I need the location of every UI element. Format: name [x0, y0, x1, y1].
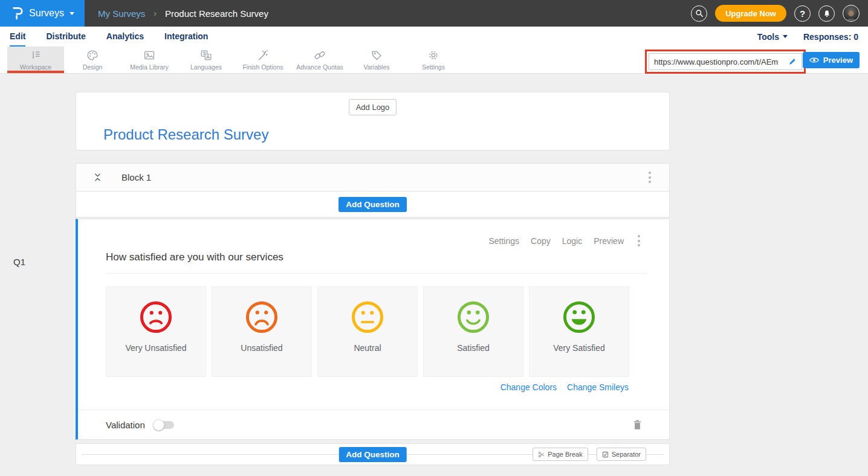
- survey-section-nav: Edit Distribute Analytics Integration To…: [0, 27, 868, 47]
- toolbar-tab-finish-options[interactable]: Finish Options: [235, 47, 291, 73]
- question-logic-link[interactable]: Logic: [562, 236, 582, 246]
- pencil-icon: [788, 57, 797, 66]
- block-header: Block 1: [76, 163, 670, 191]
- search-button[interactable]: [691, 5, 707, 22]
- palette-icon: [86, 49, 99, 62]
- person-silhouette-icon: [844, 9, 858, 21]
- question-number-label: Q1: [13, 257, 25, 267]
- tab-integration[interactable]: Integration: [164, 27, 208, 47]
- add-logo-button[interactable]: Add Logo: [349, 99, 397, 115]
- question-menu-icon[interactable]: [635, 233, 643, 249]
- question-text[interactable]: How satisfied are you with our services: [106, 251, 646, 274]
- delete-question-trash-icon[interactable]: [632, 419, 643, 431]
- survey-header-card: Add Logo Product Research Survey: [76, 92, 670, 150]
- validation-row: Validation: [106, 419, 643, 431]
- toolbar-tab-advance-quotas[interactable]: Advance Quotas: [291, 47, 348, 73]
- option-label: Satisfied: [457, 343, 490, 353]
- editor-toolbar: Workspace Design Media Library Languages: [0, 47, 868, 74]
- product-switcher[interactable]: Surveys: [0, 0, 85, 27]
- breadcrumb-separator: ›: [154, 8, 157, 18]
- change-smileys-link[interactable]: Change Smileys: [567, 382, 629, 392]
- question-divider: [78, 410, 669, 410]
- option-neutral[interactable]: Neutral: [317, 286, 418, 377]
- tab-label: Integration: [164, 31, 208, 41]
- toolbar-tab-languages[interactable]: Languages: [178, 47, 235, 73]
- gear-icon: [427, 49, 440, 62]
- separator-button[interactable]: Separator: [597, 448, 646, 461]
- caret-down-icon: [70, 12, 74, 15]
- notifications-button[interactable]: [818, 5, 835, 22]
- survey-url-input[interactable]: [649, 54, 783, 69]
- image-icon: [143, 49, 156, 62]
- breadcrumb-current-survey: Product Research Survey: [165, 8, 268, 19]
- help-button[interactable]: ?: [794, 5, 811, 22]
- add-question-button-bottom[interactable]: Add Question: [338, 447, 407, 462]
- toolbar-tab-variables[interactable]: Variables: [348, 47, 405, 73]
- toolbar-tab-settings[interactable]: Settings: [405, 47, 462, 73]
- tag-icon: [370, 49, 383, 62]
- question-copy-link[interactable]: Copy: [531, 236, 551, 246]
- question-preview-link[interactable]: Preview: [594, 236, 624, 246]
- collapse-block-icon[interactable]: [92, 172, 103, 182]
- toggle-knob: [153, 419, 164, 431]
- question-menu: Settings Copy Logic Preview: [488, 233, 643, 249]
- product-name: Surveys: [29, 8, 64, 19]
- edit-url-button[interactable]: [783, 54, 802, 69]
- questionpro-logo-icon: [10, 5, 24, 21]
- checkbox-checked-icon: [602, 451, 609, 458]
- responses-count: Responses: 0: [803, 32, 858, 42]
- option-unsatisfied[interactable]: Unsatisfied: [212, 286, 312, 377]
- chain-link-icon: [313, 49, 326, 62]
- question-card: Settings Copy Logic Preview How satisfie…: [76, 219, 670, 440]
- tab-analytics[interactable]: Analytics: [106, 27, 144, 47]
- validation-label: Validation: [106, 420, 145, 430]
- survey-title[interactable]: Product Research Survey: [103, 126, 268, 143]
- option-very-unsatisfied[interactable]: Very Unsatisfied: [106, 286, 206, 377]
- bell-icon: [823, 9, 831, 18]
- smiley-options-row: Very Unsatisfied Unsatisfied: [106, 286, 629, 377]
- smiley-links: Change Colors Change Smileys: [500, 382, 629, 392]
- tab-edit[interactable]: Edit: [10, 27, 25, 47]
- breadcrumb: My Surveys › Product Research Survey: [98, 8, 268, 19]
- breadcrumb-my-surveys[interactable]: My Surveys: [98, 8, 145, 19]
- option-label: Very Satisfied: [553, 343, 605, 353]
- validation-toggle[interactable]: [153, 419, 175, 431]
- preview-label: Preview: [823, 56, 853, 65]
- separator-label: Separator: [612, 451, 641, 458]
- change-colors-link[interactable]: Change Colors: [500, 382, 557, 392]
- top-bar: Surveys My Surveys › Product Research Su…: [0, 0, 868, 27]
- option-label: Very Unsatisfied: [125, 343, 186, 353]
- tab-label: Distribute: [46, 31, 85, 41]
- toolbar-tab-label: Advance Quotas: [296, 63, 343, 71]
- toolbar-tab-label: Design: [83, 63, 103, 71]
- block-menu-icon[interactable]: [646, 169, 653, 185]
- toolbar-tab-media-library[interactable]: Media Library: [121, 47, 178, 73]
- page-break-label: Page Break: [548, 451, 582, 458]
- toolbar-tab-label: Workspace: [20, 63, 51, 71]
- toolbar-tab-workspace[interactable]: Workspace: [7, 47, 64, 73]
- add-question-button-top[interactable]: Add Question: [338, 197, 407, 212]
- scissors-icon: [538, 451, 545, 458]
- tools-dropdown[interactable]: Tools: [757, 32, 788, 42]
- block-title[interactable]: Block 1: [121, 172, 151, 182]
- tab-label: Edit: [10, 31, 25, 41]
- caret-down-icon: [783, 35, 788, 38]
- tab-distribute[interactable]: Distribute: [46, 27, 85, 47]
- eye-icon: [809, 57, 819, 63]
- user-avatar[interactable]: [843, 5, 860, 22]
- footer-actions: Page Break Separator: [533, 448, 646, 461]
- survey-url-annotation-box: [645, 50, 806, 74]
- toolbar-tab-label: Media Library: [130, 63, 169, 71]
- toolbar-tab-design[interactable]: Design: [64, 47, 121, 73]
- nav-right-group: Tools Responses: 0: [757, 27, 858, 47]
- option-very-satisfied[interactable]: Very Satisfied: [529, 286, 629, 377]
- neutral-smiley-icon: [350, 300, 385, 335]
- preview-button[interactable]: Preview: [803, 52, 860, 68]
- page-break-button[interactable]: Page Break: [533, 448, 588, 461]
- unsatisfied-smiley-icon: [244, 300, 279, 335]
- translate-icon: [199, 49, 213, 62]
- question-settings-link[interactable]: Settings: [488, 236, 519, 246]
- tab-label: Analytics: [106, 31, 144, 41]
- option-satisfied[interactable]: Satisfied: [423, 286, 523, 377]
- upgrade-now-button[interactable]: Upgrade Now: [715, 5, 786, 22]
